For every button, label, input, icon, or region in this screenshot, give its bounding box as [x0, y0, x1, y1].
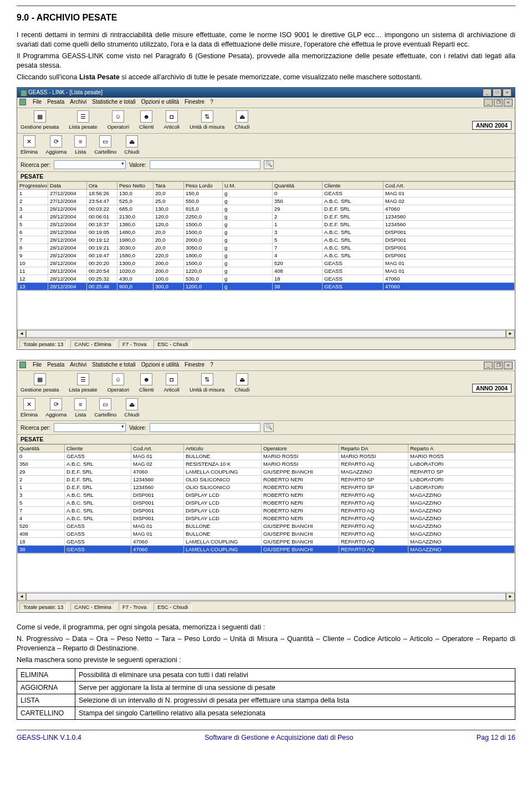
menu-help[interactable]: ? [210, 99, 213, 106]
table-row[interactable]: 29D.E.F. SRL47060LAMELLA COUPLINGGIUSEPP… [18, 468, 515, 476]
menu-file[interactable]: File [33, 362, 42, 369]
subtool-aggiorna[interactable]: ⟳Aggiorna [45, 135, 66, 155]
subtool-aggiorna[interactable]: ⟳Aggiorna [45, 398, 66, 418]
table-row[interactable]: 227/12/200423:54:47525,025,0550,0g350A.B… [18, 197, 515, 205]
menu-opzioni[interactable]: Opzioni e utilità [141, 362, 179, 369]
subtool-cartellino[interactable]: ▭Cartellino [94, 398, 116, 418]
table-row[interactable]: 328/12/200400:03:22685,0130,0815,0g29D.E… [18, 205, 515, 213]
tool-clienti[interactable]: ☻Clienti [139, 373, 154, 393]
subtool-chiudi[interactable]: ⏏Chiudi [124, 398, 139, 418]
menu-pesata[interactable]: Pesata [47, 362, 64, 369]
table-row[interactable]: 2D.E.F. SRL1234560OLIO SILICONICOROBERTO… [18, 476, 515, 484]
tool-gestione-pesata[interactable]: ▦Gestione pesata [21, 373, 59, 393]
menu-archivi[interactable]: Archivi [70, 99, 86, 106]
column-header[interactable]: Cliente [323, 182, 383, 190]
subtool-cartellino[interactable]: ▭Cartellino [94, 135, 116, 155]
column-header[interactable]: Reparto DA [339, 445, 408, 453]
tool-chiudi[interactable]: ⏏Chiudi [234, 110, 249, 130]
search-button[interactable]: 🔍 [264, 423, 274, 432]
mdi-close-button[interactable]: × [504, 362, 513, 369]
scroll-right-icon[interactable]: ► [506, 593, 515, 601]
mdi-restore-button[interactable]: ❐ [494, 99, 503, 106]
table-row[interactable]: 528/12/200400:18:371380,0120,01500,0g1D.… [18, 221, 515, 228]
column-header[interactable]: Tara [154, 182, 184, 190]
menu-pesata[interactable]: Pesata [47, 99, 64, 106]
table-row[interactable]: 408GEASSMAG 01BULLONEGIUSEPPE BIANCHIREP… [18, 530, 515, 538]
table-row[interactable]: 1328/12/200400:25:46900,0300,01200,0g38G… [18, 283, 515, 291]
tool-operatori[interactable]: ☺Operatori [107, 110, 129, 130]
menu-finestre[interactable]: Finestre [185, 362, 204, 369]
menu-finestre[interactable]: Finestre [185, 99, 204, 106]
subtool-chiudi[interactable]: ⏏Chiudi [124, 135, 139, 155]
close-button[interactable]: × [503, 89, 511, 96]
table-row[interactable]: 18GEASS47060LAMELLA COUPLINGGIUSEPPE BIA… [18, 538, 515, 546]
menu-file[interactable]: File [33, 99, 42, 106]
column-header[interactable]: Cod.Art. [131, 445, 184, 453]
menu-statistiche[interactable]: Statistiche e totali [92, 99, 135, 106]
scroll-left-icon[interactable]: ◄ [17, 330, 26, 338]
table-row[interactable]: 1028/12/200400:20:201300,0200,01500,0g52… [18, 260, 515, 267]
column-header[interactable]: U.M. [223, 182, 273, 190]
menu-help[interactable]: ? [210, 362, 213, 369]
search-field-combo[interactable] [54, 160, 126, 169]
scroll-right-icon[interactable]: ► [506, 330, 515, 338]
column-header[interactable]: Quantità [18, 445, 65, 453]
menu-archivi[interactable]: Archivi [70, 362, 86, 369]
search-button[interactable]: 🔍 [264, 160, 274, 169]
table-row[interactable]: 728/12/200400:19:121980,020,02000,0g5A.B… [18, 236, 515, 244]
search-value-input[interactable] [150, 160, 260, 169]
scroll-track[interactable] [26, 593, 506, 601]
table-row[interactable]: 1228/12/200400:25:32430,0100,0530,0g18GE… [18, 275, 515, 283]
column-header[interactable]: Peso Netto [117, 182, 154, 190]
subtool-lista[interactable]: ≡Lista [74, 135, 86, 155]
tool-clienti[interactable]: ☻Clienti [139, 110, 154, 130]
tool-lista-pesate[interactable]: ☰Lista pesate [69, 110, 97, 130]
subtool-lista[interactable]: ≡Lista [74, 398, 86, 418]
search-value-input[interactable] [150, 423, 260, 432]
table-row[interactable]: 38GEASS47060LAMELLA COUPLINGGIUSEPPE BIA… [18, 546, 515, 553]
table-row[interactable]: 7A.B.C. SRLDISP001DISPLAY LCDROBERTO NER… [18, 507, 515, 515]
scroll-track[interactable] [26, 330, 506, 338]
table-row[interactable]: 1128/12/200400:20:541020,0200,01220,0g40… [18, 267, 515, 275]
tool-gestione-pesata[interactable]: ▦Gestione pesata [21, 110, 59, 130]
table-row[interactable]: 628/12/200400:19:051480,020,01500,0g3A.B… [18, 228, 515, 236]
minimize-button[interactable]: _ [483, 89, 492, 96]
mdi-minimize-button[interactable]: _ [484, 99, 493, 106]
h-scrollbar[interactable]: ◄ ► [17, 329, 515, 338]
column-header[interactable]: Quantità [273, 182, 323, 190]
tool-unita-misura[interactable]: ⇅Unità di misura [190, 110, 224, 130]
column-header[interactable]: Cliente [65, 445, 131, 453]
table-row[interactable]: 1D.E.F. SRL1234560OLIO SILICONICOROBERTO… [18, 484, 515, 491]
search-field-combo[interactable] [54, 423, 126, 432]
subtool-elimina[interactable]: ✕Elimina [21, 398, 38, 418]
column-header[interactable]: Data [48, 182, 87, 190]
table-row[interactable]: 3A.B.C. SRLDISP001DISPLAY LCDROBERTO NER… [18, 491, 515, 499]
mdi-close-button[interactable]: × [504, 99, 513, 106]
subtool-elimina[interactable]: ✕Elimina [21, 135, 38, 155]
maximize-button[interactable]: □ [493, 89, 502, 96]
table-row[interactable]: 127/12/200418:56:26130,020,0150,0g0GEASS… [18, 190, 515, 197]
tool-articoli[interactable]: ◘Articoli [163, 110, 180, 130]
column-header[interactable]: Ora [87, 182, 117, 190]
tool-lista-pesate[interactable]: ☰Lista pesate [69, 373, 97, 393]
column-header[interactable]: Articolo [184, 445, 262, 453]
table-row[interactable]: 350A.B.C. SRLMAG 02RESISTENZA 10 KMARIO … [18, 460, 515, 468]
mdi-minimize-button[interactable]: _ [484, 362, 493, 369]
table-row[interactable]: 520GEASSMAG 01BULLONEGIUSEPPE BIANCHIREP… [18, 522, 515, 530]
table-row[interactable]: 828/12/200400:19:213030,020,03050,0g7A.B… [18, 244, 515, 252]
table-row[interactable]: 428/12/200400:06:012130,0120,02250,0g2D.… [18, 213, 515, 221]
mdi-restore-button[interactable]: ❐ [494, 362, 503, 369]
table-row[interactable]: 4A.B.C. SRLDISP001DISPLAY LCDROBERTO NER… [18, 515, 515, 522]
column-header[interactable]: Peso Lordo [184, 182, 223, 190]
column-header[interactable]: Progressivo [18, 182, 48, 190]
scroll-left-icon[interactable]: ◄ [17, 593, 26, 601]
tool-chiudi[interactable]: ⏏Chiudi [234, 373, 249, 393]
tool-articoli[interactable]: ◘Articoli [163, 373, 180, 393]
column-header[interactable]: Reparto A [408, 445, 515, 453]
tool-operatori[interactable]: ☺Operatori [107, 373, 129, 393]
table-row[interactable]: 928/12/200400:19:471580,0220,01800,0g4A.… [18, 252, 515, 260]
column-header[interactable]: Cod.Art. [383, 182, 515, 190]
tool-unita-misura[interactable]: ⇅Unità di misura [190, 373, 224, 393]
column-header[interactable]: Operatore [262, 445, 339, 453]
menu-statistiche[interactable]: Statistiche e totali [92, 362, 135, 369]
